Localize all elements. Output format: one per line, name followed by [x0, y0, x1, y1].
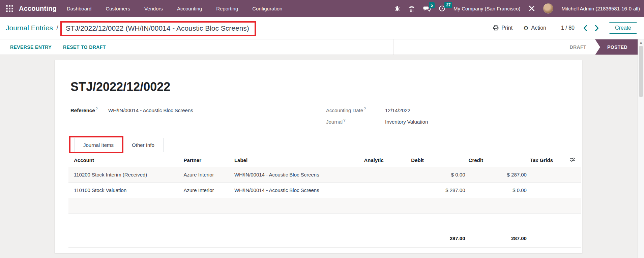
action-label: Action [531, 25, 546, 31]
activities-badge: 37 [444, 2, 452, 8]
company-switcher[interactable]: My Company (San Francisco) [453, 6, 520, 11]
breadcrumb-current-annotated: STJ/2022/12/0022 (WH/IN/00014 - Acoustic… [60, 21, 256, 36]
breadcrumb-separator: / [56, 24, 58, 32]
cell-label[interactable]: WH/IN/00014 - Acoustic Bloc Screens [233, 183, 363, 198]
top-menu-item-reporting[interactable]: Reporting [216, 6, 238, 11]
reference-value[interactable]: WH/IN/00014 - Acoustic Bloc Screens [108, 107, 193, 113]
top-menu-item-vendors[interactable]: Vendors [144, 6, 163, 11]
statusbar-button-reset-to-draft[interactable]: RESET TO DRAFT [63, 44, 106, 50]
topbar-right: 5 37 My Company (San Francisco) Mitchell… [394, 3, 644, 13]
pager-previous-icon[interactable] [583, 25, 587, 31]
cell-debit[interactable]: $ 0.00 [410, 167, 467, 183]
messages-icon[interactable]: 5 [423, 5, 431, 12]
pager-counter: 1 / 80 [561, 25, 575, 31]
app-title[interactable]: Accounting [19, 5, 57, 12]
statusbar-buttons: REVERSE ENTRYRESET TO DRAFT [0, 39, 106, 55]
messages-badge: 5 [429, 2, 435, 8]
user-avatar[interactable] [543, 3, 553, 13]
breadcrumb-current: STJ/2022/12/0022 (WH/IN/00014 - Acoustic… [66, 24, 249, 32]
table-empty-row[interactable] [68, 198, 581, 214]
table-header-row: AccountPartnerLabelAnalyticDebitCreditTa… [68, 155, 581, 167]
form-sheet: STJ/2022/12/0022 Reference? WH/IN/00014 … [55, 60, 582, 253]
accounting-date-help-icon[interactable]: ? [364, 107, 366, 111]
table-body: 110200 Stock Interim (Received) Azure In… [68, 167, 581, 248]
printer-icon [493, 25, 499, 31]
total-credit: 287.00 [467, 229, 529, 248]
tab-bar: Journal ItemsOther Info [68, 138, 581, 152]
user-menu[interactable]: Mitchell Admin (21836581-16-0-all) [561, 6, 640, 11]
cell-analytic[interactable] [362, 183, 410, 198]
support-tools-icon[interactable] [528, 5, 535, 12]
column-header-label[interactable]: Label [233, 155, 363, 167]
journal-value[interactable]: Inventory Valuation [385, 119, 428, 125]
top-menu-item-customers[interactable]: Customers [106, 6, 130, 11]
statusbar-button-reverse-entry[interactable]: REVERSE ENTRY [10, 44, 52, 50]
reference-label: Reference [70, 107, 95, 113]
statusbar-states: DRAFTPOSTED [561, 39, 638, 55]
vertical-scrollbar[interactable]: ▲ [638, 39, 644, 258]
cp-actions: Print ⚙ Action 1 / 80 Create [493, 22, 644, 34]
activities-clock-icon[interactable]: 37 [439, 5, 445, 12]
column-header-debit[interactable]: Debit [410, 155, 467, 167]
reference-help-icon[interactable]: ? [96, 107, 98, 111]
table-row[interactable]: 110200 Stock Interim (Received) Azure In… [68, 167, 581, 183]
cell-tax-grids[interactable] [529, 167, 569, 183]
reference-field-row: Reference? WH/IN/00014 - Acoustic Bloc S… [70, 107, 193, 113]
cell-account[interactable]: 110200 Stock Interim (Received) [68, 167, 182, 183]
create-button[interactable]: Create [609, 22, 637, 34]
optional-columns-icon [570, 157, 575, 162]
cell-credit[interactable]: $ 0.00 [467, 183, 529, 198]
top-menu-item-dashboard[interactable]: Dashboard [67, 6, 91, 11]
fields-right-column: Accounting Date? 12/14/2022 Journal? Inv… [326, 107, 428, 130]
topbar-left: Accounting DashboardCustomersVendorsAcco… [0, 4, 282, 13]
accounting-date-value[interactable]: 12/14/2022 [385, 107, 410, 113]
cell-label[interactable]: WH/IN/00014 - Acoustic Bloc Screens [233, 167, 363, 183]
journal-help-icon[interactable]: ? [343, 118, 345, 122]
statusbar-divider [393, 39, 393, 55]
scroll-up-icon[interactable]: ▲ [638, 39, 644, 45]
cell-partner[interactable]: Azure Interior [182, 167, 233, 183]
control-panel: Journal Entries / STJ/2022/12/0022 (WH/I… [0, 17, 644, 39]
print-button[interactable]: Print [493, 25, 513, 31]
pager-nav [583, 25, 599, 31]
document-title: STJ/2022/12/0022 [70, 80, 170, 94]
tab-journal-items[interactable]: Journal Items [74, 138, 123, 152]
scrollbar-thumb[interactable] [639, 46, 643, 97]
gear-icon: ⚙ [523, 25, 528, 31]
breadcrumb-parent-link[interactable]: Journal Entries [6, 24, 53, 32]
total-debit: 287.00 [410, 229, 467, 248]
breadcrumb: Journal Entries / STJ/2022/12/0022 (WH/I… [0, 21, 256, 35]
column-header-partner[interactable]: Partner [182, 155, 233, 167]
tab-other-info[interactable]: Other Info [123, 138, 164, 152]
cell-account[interactable]: 110100 Stock Valuation [68, 183, 182, 198]
status-state-posted[interactable]: POSTED [595, 39, 638, 55]
top-menu-item-configuration[interactable]: Configuration [252, 6, 282, 11]
column-header-analytic[interactable]: Analytic [362, 155, 410, 167]
statusbar: REVERSE ENTRYRESET TO DRAFT DRAFTPOSTED [0, 39, 638, 55]
column-header-account[interactable]: Account [68, 155, 182, 167]
column-header-tax-grids[interactable]: Tax Grids [529, 155, 569, 167]
apps-grid-icon[interactable] [5, 4, 14, 13]
cell-analytic[interactable] [362, 167, 410, 183]
accounting-date-field-row: Accounting Date? 12/14/2022 [326, 107, 428, 113]
action-menu-button[interactable]: ⚙ Action [523, 25, 546, 31]
top-menu-item-accounting[interactable]: Accounting [177, 6, 202, 11]
bug-icon[interactable] [394, 5, 400, 11]
journal-field-row: Journal? Inventory Valuation [326, 118, 428, 125]
cell-credit[interactable]: $ 287.00 [467, 167, 529, 183]
optional-columns-header[interactable] [568, 155, 581, 167]
column-header-credit[interactable]: Credit [467, 155, 529, 167]
status-state-draft[interactable]: DRAFT [561, 39, 595, 55]
table-row[interactable]: 110100 Stock Valuation Azure Interior WH… [68, 183, 581, 198]
pager-next-icon[interactable] [595, 25, 599, 31]
top-menu: DashboardCustomersVendorsAccountingRepor… [67, 6, 282, 11]
cell-tax-grids[interactable] [529, 183, 569, 198]
top-navbar: Accounting DashboardCustomersVendorsAcco… [0, 0, 644, 17]
notebook: Journal ItemsOther Info AccountPartnerLa… [68, 138, 581, 248]
phone-icon[interactable] [408, 5, 415, 12]
cell-debit[interactable]: $ 287.00 [410, 183, 467, 198]
print-label: Print [501, 25, 513, 31]
table-totals-row: 287.00 287.00 [68, 229, 581, 248]
cell-partner[interactable]: Azure Interior [182, 183, 233, 198]
table-empty-row[interactable] [68, 214, 581, 229]
